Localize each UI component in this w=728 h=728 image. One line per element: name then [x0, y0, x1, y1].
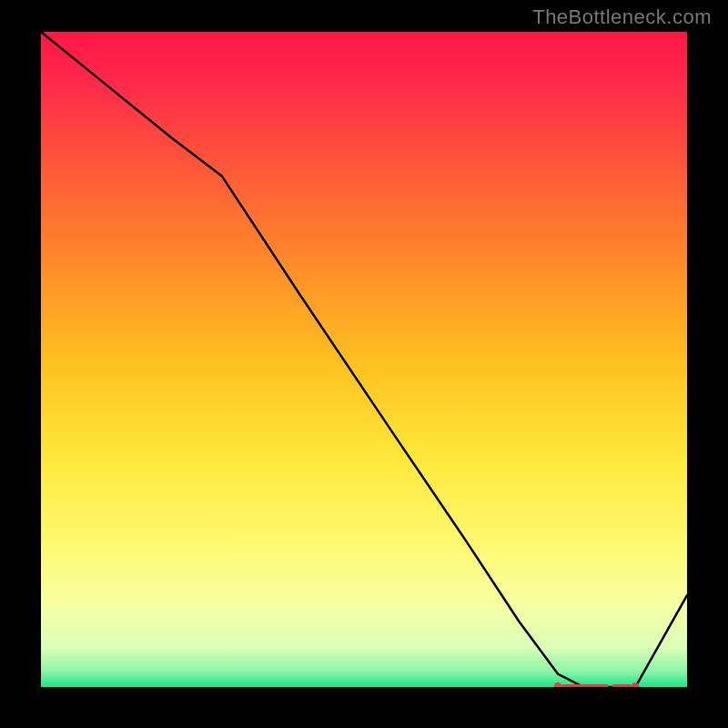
chart-svg: [41, 32, 687, 687]
gradient-background: [41, 32, 687, 687]
plot-area: [41, 32, 687, 687]
watermark-text: TheBottleneck.com: [532, 5, 712, 29]
chart-frame: TheBottleneck.com: [0, 0, 728, 728]
